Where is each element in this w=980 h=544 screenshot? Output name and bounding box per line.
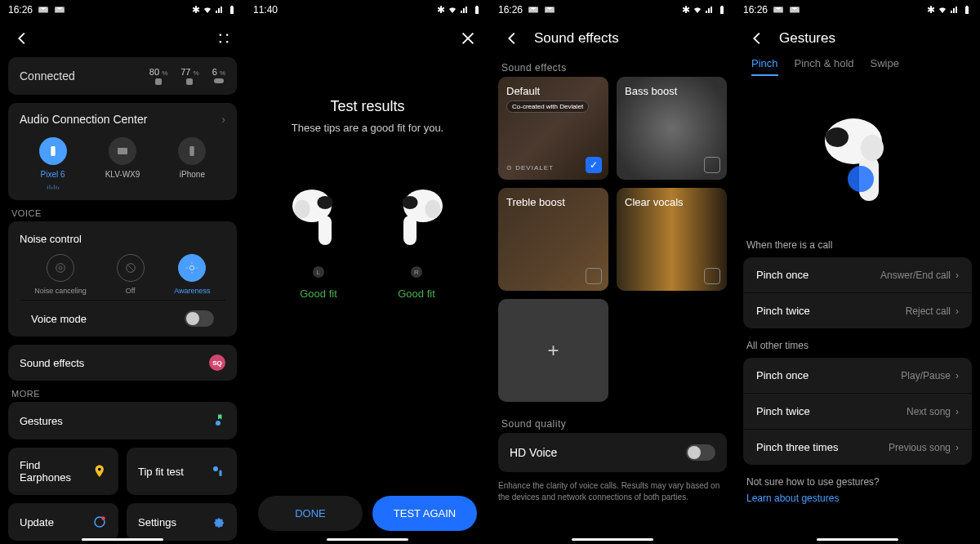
svg-point-2 <box>220 41 222 43</box>
svg-rect-14 <box>220 470 222 477</box>
sound-effects-row[interactable]: Sound effects SQ <box>8 345 237 381</box>
preset-check[interactable] <box>704 157 720 173</box>
noise-control-title: Noise control <box>20 233 82 245</box>
gmail-icon <box>38 4 49 16</box>
back-icon[interactable] <box>748 29 766 47</box>
svg-point-24 <box>425 200 440 218</box>
header <box>0 20 245 57</box>
gesture-row[interactable]: Pinch twiceReject call› <box>743 292 972 328</box>
find-earphones-tile[interactable]: Find Earphones <box>8 448 118 495</box>
battery-icon <box>717 5 727 15</box>
tab-pinch-hold[interactable]: Pinch & hold <box>795 57 854 76</box>
svg-rect-19 <box>318 216 332 245</box>
preset-check[interactable] <box>586 268 602 284</box>
back-icon[interactable] <box>13 29 31 47</box>
svg-point-13 <box>213 466 218 471</box>
location-icon <box>92 464 107 479</box>
svg-point-10 <box>190 265 194 270</box>
done-button[interactable]: DONE <box>258 496 363 531</box>
gmail-icon <box>544 4 555 16</box>
wifi-icon <box>938 5 947 15</box>
preset-default[interactable]: Default Co-created with Devialet ⊙ DEVIA… <box>498 77 608 180</box>
menu-icon[interactable] <box>216 30 232 47</box>
battery-case: 6 % <box>212 67 225 85</box>
preset-clear[interactable]: Clear vocals <box>617 188 727 291</box>
gmail-icon <box>54 4 65 16</box>
call-section-label: When there is a call <box>746 239 969 251</box>
noise-off[interactable]: Off <box>117 254 145 295</box>
other-section-label: All other times <box>746 340 969 351</box>
home-indicator[interactable] <box>82 538 163 541</box>
voice-mode-row[interactable]: Voice mode <box>20 300 225 337</box>
gestures-tile[interactable]: Gestures <box>8 402 237 439</box>
voice-mode-toggle[interactable] <box>185 310 214 327</box>
gesture-row[interactable]: Pinch oncePlay/Pause› <box>743 358 972 393</box>
noise-awareness[interactable]: Awareness <box>174 254 210 295</box>
home-indicator[interactable] <box>572 538 653 541</box>
svg-point-16 <box>101 516 105 520</box>
svg-point-8 <box>59 266 62 270</box>
hd-voice-toggle[interactable] <box>686 444 715 461</box>
voice-section-label: VOICE <box>11 208 234 218</box>
tab-swipe[interactable]: Swipe <box>871 57 899 76</box>
settings-tile[interactable]: Settings <box>127 503 237 541</box>
right-result: Good fit <box>398 288 435 300</box>
back-icon[interactable] <box>503 29 521 47</box>
tab-pinch[interactable]: Pinch <box>751 57 778 76</box>
chevron-right-icon: › <box>221 113 225 126</box>
sound-effects-screen: 16:26 ✱ Sound effects Sound effects Defa… <box>490 0 735 544</box>
signal-icon <box>705 5 715 15</box>
svg-point-28 <box>861 135 884 161</box>
gesture-row[interactable]: Pinch twiceNext song› <box>743 393 972 429</box>
svg-point-26 <box>826 127 849 147</box>
wifi-icon <box>693 5 702 15</box>
noise-control-card: Noise control Noise canceling Off Awaren… <box>8 221 237 337</box>
status-bar: 11:40 ✱ <box>245 0 490 20</box>
chevron-right-icon: › <box>956 370 959 381</box>
update-tile[interactable]: Update <box>8 503 118 541</box>
preset-bass[interactable]: Bass boost <box>617 77 727 180</box>
clock: 16:26 <box>498 4 523 16</box>
battery-left: 80 % <box>149 67 167 85</box>
add-preset[interactable]: + <box>498 299 608 402</box>
tip-fit-tile[interactable]: Tip fit test <box>127 448 237 495</box>
signal-icon <box>460 5 470 15</box>
bluetooth-icon: ✱ <box>437 4 445 16</box>
device-iphone[interactable]: iPhone <box>178 137 206 190</box>
svg-rect-5 <box>118 148 127 154</box>
preset-treble[interactable]: Treble boost <box>498 188 608 291</box>
battery-icon <box>227 5 237 15</box>
noise-canceling[interactable]: Noise canceling <box>34 254 87 295</box>
status-bar: 16:26 ✱ <box>0 0 245 20</box>
hd-voice-row[interactable]: HD Voice <box>510 444 715 461</box>
status-bar: 16:26 ✱ <box>490 0 735 20</box>
svg-point-11 <box>216 421 220 426</box>
svg-point-3 <box>226 41 229 43</box>
earbud-right: R Good fit <box>384 183 449 300</box>
home-indicator[interactable] <box>817 538 898 541</box>
clock: 16:26 <box>743 4 768 16</box>
svg-point-0 <box>220 34 222 37</box>
left-label: L <box>313 266 324 278</box>
fit-test-screen: 11:40 ✱ Test results These tips are a go… <box>245 0 490 544</box>
settings-screen: 16:26 ✱ Connected 80 % 77 % <box>0 0 245 544</box>
device-pixel6[interactable]: Pixel 6 <box>39 137 67 190</box>
signal-icon <box>215 5 225 15</box>
audio-connection-card[interactable]: Audio Connection Center› Pixel 6 KLV-WX9… <box>8 103 237 200</box>
gesture-row[interactable]: Pinch onceAnswer/End call› <box>743 257 972 292</box>
home-indicator[interactable] <box>327 538 408 541</box>
gesture-row[interactable]: Pinch three timesPrevious song› <box>743 429 972 465</box>
sq-label: Sound quality <box>501 418 724 430</box>
device-klv[interactable]: KLV-WX9 <box>105 137 140 190</box>
close-icon[interactable] <box>459 29 477 47</box>
chevron-right-icon: › <box>956 442 959 453</box>
gesture-help-text: Not sure how to use gestures? <box>746 476 969 488</box>
test-again-button[interactable]: TEST AGAIN <box>372 496 477 531</box>
preset-check[interactable] <box>704 268 720 284</box>
learn-gestures-link[interactable]: Learn about gestures <box>746 493 969 504</box>
preset-check[interactable] <box>586 157 602 173</box>
gmail-icon <box>773 4 784 16</box>
devialet-logo: ⊙ DEVIALET <box>506 164 554 172</box>
signal-icon <box>950 5 960 15</box>
battery-right: 77 % <box>180 67 198 85</box>
